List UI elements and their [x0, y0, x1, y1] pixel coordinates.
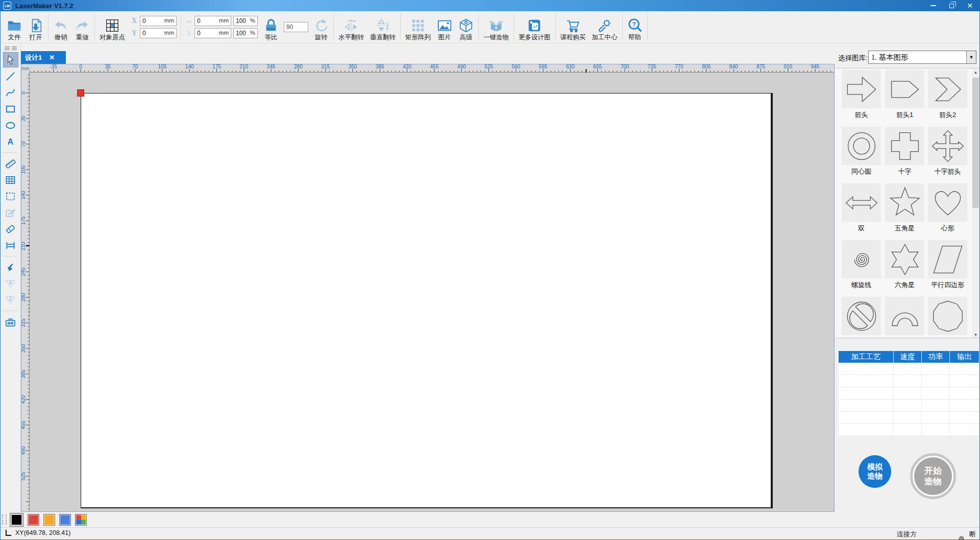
- picture-icon: [437, 18, 452, 33]
- help-button[interactable]: ? 帮助: [624, 13, 646, 41]
- undo-button[interactable]: 撤销: [50, 13, 71, 41]
- advanced-button[interactable]: 高级: [455, 13, 477, 41]
- multi-color-swatch[interactable]: [75, 514, 87, 526]
- measure-tool[interactable]: [3, 156, 18, 171]
- dropdown-arrow-icon[interactable]: ▼: [966, 51, 976, 63]
- svg-text:210: 210: [21, 242, 26, 250]
- shape-十字[interactable]: 十字: [885, 127, 924, 176]
- import-tool-2[interactable]: [3, 292, 18, 308]
- scroll-up-icon[interactable]: ▲: [972, 68, 979, 76]
- angle-input[interactable]: [284, 22, 308, 32]
- select-tool[interactable]: [3, 52, 18, 67]
- connection-status-icon: [959, 536, 964, 540]
- more-designs-button[interactable]: 更多设计图: [516, 13, 554, 41]
- line-tool[interactable]: [3, 68, 18, 84]
- color-swatch-f5a623[interactable]: [43, 514, 55, 526]
- workspace: 设计1 ✕ mm -350357010514017521024528031535…: [21, 43, 836, 512]
- flip-vertical-button[interactable]: 垂直翻转: [367, 13, 399, 41]
- shape-六角星[interactable]: 六角星: [885, 240, 924, 290]
- svg-text:A: A: [8, 137, 14, 146]
- shape-arch[interactable]: [885, 297, 924, 337]
- import-tool-1[interactable]: [3, 276, 18, 291]
- library-selected-value: 1. 基本图形: [869, 53, 966, 62]
- shape-箭头2[interactable]: 箭头2: [928, 70, 967, 120]
- eraser-tool[interactable]: [3, 221, 18, 237]
- origin-marker[interactable]: [77, 89, 84, 97]
- simulate-button[interactable]: 模拟 造物: [859, 455, 891, 488]
- rotate-button[interactable]: 旋转: [310, 13, 332, 41]
- spiral-shape-icon: [845, 243, 878, 276]
- node-edit-tool[interactable]: [3, 205, 18, 220]
- shape-螺旋线[interactable]: 螺旋线: [842, 240, 881, 290]
- curve-tool[interactable]: [3, 85, 18, 100]
- shape-ban[interactable]: [842, 297, 881, 337]
- shape-心形[interactable]: 心形: [928, 183, 967, 233]
- toolbox-icon: [5, 316, 16, 328]
- machining-center-button[interactable]: 加工中心: [589, 13, 621, 41]
- shape-polygon[interactable]: [928, 297, 967, 337]
- shape-箭头1[interactable]: 箭头1: [885, 70, 924, 120]
- redo-button[interactable]: 重做: [71, 13, 93, 41]
- sidebar-drag-handle[interactable]: [4, 46, 17, 51]
- marquee-tool[interactable]: [3, 189, 18, 204]
- close-button[interactable]: ✕: [966, 2, 973, 9]
- text-tool[interactable]: A: [3, 134, 18, 149]
- object-origin-button[interactable]: 对象原点: [96, 13, 128, 41]
- library-scrollbar[interactable]: ▲ ▼: [972, 68, 979, 338]
- shape-双[interactable]: 双: [842, 183, 881, 233]
- y-input[interactable]: [140, 28, 177, 38]
- shape-箭头[interactable]: 箭头: [842, 70, 881, 120]
- flip-horizontal-button[interactable]: 水平翻转: [335, 13, 367, 41]
- spacing-tool[interactable]: [3, 238, 18, 253]
- palette-drag-handle[interactable]: [2, 514, 7, 525]
- process-table: 加工工艺速度功率输出: [839, 351, 979, 436]
- course-store-button[interactable]: 课程购买: [557, 13, 589, 41]
- x-axis-label: X: [131, 17, 138, 25]
- library-dropdown[interactable]: 1. 基本图形 ▼: [868, 51, 976, 64]
- work-page[interactable]: [81, 93, 773, 508]
- color-swatch-d9453a[interactable]: [28, 514, 39, 526]
- shape-label: 双: [842, 224, 881, 233]
- scrollbar-thumb[interactable]: [972, 78, 979, 208]
- cursor-coordinates: XY(649.78, 208.41): [15, 529, 70, 536]
- width-input-box: mm: [194, 16, 231, 26]
- start-button[interactable]: 开始 造物: [910, 453, 956, 499]
- export-down-tool[interactable]: [3, 260, 18, 275]
- height-input[interactable]: [194, 28, 231, 38]
- shape-平行四边形[interactable]: 平行四边形: [928, 240, 967, 290]
- svg-text:0: 0: [21, 91, 26, 95]
- open-file-icon: [28, 18, 43, 33]
- width-input[interactable]: [194, 16, 231, 26]
- shape-label: 六角星: [885, 280, 924, 290]
- one-key-create-button[interactable]: 一键造物: [480, 13, 512, 41]
- shape-五角星[interactable]: 五角星: [885, 183, 924, 233]
- rectangle-tool[interactable]: [3, 101, 18, 116]
- restore-button[interactable]: [948, 2, 955, 9]
- svg-text:105: 105: [158, 64, 167, 69]
- toolbox-tool[interactable]: [3, 314, 18, 330]
- app-window: LM LaserMaker V1.7.2 ✕ 文件 打开 撤销 重做 对: [0, 0, 980, 540]
- shape-label: 箭头2: [928, 110, 967, 120]
- scroll-down-icon[interactable]: ▼: [972, 331, 979, 338]
- height-percent-input[interactable]: [233, 28, 258, 38]
- width-percent-input[interactable]: [233, 16, 258, 26]
- lock-ratio-button[interactable]: 等比: [260, 13, 282, 41]
- picture-button[interactable]: 图片: [434, 13, 455, 41]
- shape-十字箭头[interactable]: 十字箭头: [928, 127, 967, 176]
- tab-close-icon[interactable]: ✕: [49, 54, 55, 61]
- tab-design1[interactable]: 设计1 ✕: [21, 51, 66, 64]
- color-swatch-000000[interactable]: [10, 513, 23, 527]
- minimize-button[interactable]: [929, 2, 937, 9]
- shape-同心圆[interactable]: 同心圆: [842, 127, 881, 176]
- file-button[interactable]: 文件: [4, 13, 25, 41]
- x-input[interactable]: [140, 16, 177, 26]
- rect-array-button[interactable]: 矩形阵列: [402, 13, 434, 41]
- drawing-area[interactable]: [30, 73, 834, 511]
- axis-icon: [6, 530, 11, 536]
- grid-tool[interactable]: [3, 172, 18, 187]
- ellipse-tool[interactable]: [3, 118, 18, 133]
- color-swatch-4a7de0[interactable]: [59, 514, 71, 526]
- status-bar: XY(649.78, 208.41) 连接方式 断开: [1, 527, 980, 540]
- open-button[interactable]: 打开: [25, 13, 46, 41]
- start-button-inner: 开始 造物: [914, 457, 952, 495]
